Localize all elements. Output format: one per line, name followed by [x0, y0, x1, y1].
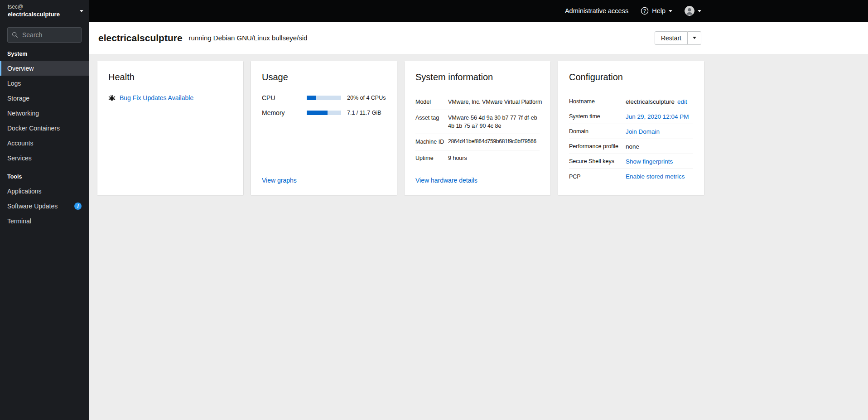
- avatar: [685, 6, 694, 16]
- help-menu[interactable]: ? Help: [641, 7, 672, 15]
- chevron-down-icon: [80, 10, 83, 12]
- info-label: Uptime: [415, 154, 448, 162]
- config-pcp-link[interactable]: Enable stored metrics: [626, 173, 685, 180]
- config-hostname-link[interactable]: edit: [677, 98, 687, 105]
- system-info-row-model: ModelVMware, Inc. VMware Virtual Platfor…: [415, 94, 540, 110]
- usage-label: CPU: [262, 94, 307, 101]
- administrative-access-button[interactable]: Administrative access: [565, 7, 628, 14]
- sidebar-item-services[interactable]: Services: [0, 150, 89, 165]
- config-value-text: none: [626, 143, 639, 150]
- help-icon: ?: [641, 7, 649, 15]
- nav-section-title: Tools: [0, 174, 89, 180]
- nav-section-title: System: [0, 51, 89, 57]
- usage-value: 7.1 / 11.7 GiB: [347, 110, 381, 116]
- nav-section-system: SystemOverviewLogsStorageNetworkingDocke…: [0, 51, 89, 165]
- system-info-row-uptime: Uptime9 hours: [415, 150, 540, 166]
- info-value: 9 hours: [448, 154, 540, 162]
- search-input[interactable]: [7, 27, 82, 43]
- usage-card-footer: View graphs: [262, 177, 386, 184]
- cards-row: Health: [97, 61, 868, 195]
- info-label: Machine ID: [415, 138, 448, 146]
- host-label: electricalsculpture: [8, 10, 60, 19]
- sidebar-item-docker-containers[interactable]: Docker Containers: [0, 121, 89, 135]
- config-value: Jun 29, 2020 12:04 PM: [626, 113, 693, 120]
- sidebar-item-overview[interactable]: Overview: [0, 61, 89, 76]
- usage-card: Usage CPU20% of 4 CPUsMemory7.1 / 11.7 G…: [251, 61, 397, 195]
- config-value: electricalsculptureedit: [626, 98, 693, 105]
- username-label: tsec@: [8, 3, 60, 10]
- top-navigation-bar: tsec@ electricalsculpture Administrative…: [0, 0, 868, 22]
- config-label: System time: [569, 113, 626, 120]
- usage-progress-bar: [307, 96, 341, 100]
- system-info-row-asset-tag: Asset tagVMware-56 4d 9a 30 b7 77 7f df-…: [415, 110, 540, 134]
- health-status-row: Bug Fix Updates Available: [108, 94, 232, 101]
- config-secure-shell-keys-link[interactable]: Show fingerprints: [626, 158, 673, 165]
- sidebar-item-logs[interactable]: Logs: [0, 76, 89, 91]
- config-row-system-time: System timeJun 29, 2020 12:04 PM: [569, 109, 693, 124]
- restart-button[interactable]: Restart: [655, 31, 688, 45]
- config-label: Domain: [569, 128, 626, 135]
- overview-page: Health: [89, 54, 868, 420]
- masthead: electricalsculpture running Debian GNU/L…: [89, 22, 868, 54]
- usage-row-cpu: CPU20% of 4 CPUs: [262, 94, 386, 101]
- topbar-actions: Administrative access ? Help: [565, 0, 868, 22]
- usage-progress-fill: [307, 111, 328, 115]
- system-info-card-footer: View hardware details: [415, 177, 540, 184]
- user-menu[interactable]: [685, 6, 701, 16]
- sidebar-item-accounts[interactable]: Accounts: [0, 135, 89, 150]
- host-switcher[interactable]: tsec@ electricalsculpture: [0, 0, 89, 22]
- page-title: electricalsculpture: [98, 33, 183, 43]
- restart-split-button: Restart: [655, 31, 701, 45]
- sidebar-item-label: Docker Containers: [7, 125, 60, 132]
- config-row-pcp: PCPEnable stored metrics: [569, 169, 693, 184]
- info-icon: i: [74, 203, 82, 210]
- config-value: Enable stored metrics: [626, 173, 693, 180]
- system-info-row-machine-id: Machine ID2864d41bef864d759b681f9c0bf795…: [415, 134, 540, 150]
- config-row-performance-profile: Performance profilenone: [569, 139, 693, 154]
- restart-dropdown-toggle[interactable]: [688, 31, 701, 45]
- search-box: [7, 27, 82, 43]
- config-row-hostname: Hostnameelectricalsculptureedit: [569, 94, 693, 109]
- health-card: Health: [97, 61, 243, 195]
- config-label: Performance profile: [569, 143, 626, 150]
- usage-label: Memory: [262, 109, 307, 116]
- sidebar: SystemOverviewLogsStorageNetworkingDocke…: [0, 22, 89, 420]
- info-value: VMware, Inc. VMware Virtual Platform: [448, 98, 542, 106]
- sidebar-item-label: Services: [7, 154, 32, 162]
- svg-text:?: ?: [643, 8, 646, 14]
- sidebar-item-applications[interactable]: Applications: [0, 183, 89, 198]
- search-icon: [12, 32, 18, 38]
- config-label: Hostname: [569, 98, 626, 105]
- configuration-card: Configuration Hostnameelectricalsculptur…: [558, 61, 704, 195]
- usage-card-title: Usage: [262, 72, 386, 82]
- config-domain-link[interactable]: Join Domain: [626, 128, 660, 135]
- config-value-text: electricalsculpture: [626, 98, 675, 105]
- sidebar-item-terminal[interactable]: Terminal: [0, 213, 89, 228]
- sidebar-item-networking[interactable]: Networking: [0, 106, 89, 121]
- chevron-down-icon: [669, 10, 672, 12]
- sidebar-item-storage[interactable]: Storage: [0, 91, 89, 106]
- config-system-time-link[interactable]: Jun 29, 2020 12:04 PM: [626, 113, 689, 120]
- health-card-title: Health: [108, 72, 232, 82]
- info-value: VMware-56 4d 9a 30 b7 77 7f df-eb 4b 1b …: [448, 114, 540, 130]
- host-switcher-text: tsec@ electricalsculpture: [8, 3, 60, 19]
- info-label: Model: [415, 98, 448, 106]
- config-label: PCP: [569, 174, 626, 180]
- sidebar-item-label: Networking: [7, 110, 39, 117]
- sidebar-item-label: Overview: [7, 65, 34, 72]
- sidebar-nav: SystemOverviewLogsStorageNetworkingDocke…: [0, 51, 89, 228]
- view-hardware-details-link[interactable]: View hardware details: [415, 177, 477, 184]
- configuration-rows: HostnameelectricalsculptureeditSystem ti…: [569, 94, 693, 184]
- configuration-card-title: Configuration: [569, 72, 693, 82]
- sidebar-item-label: Logs: [7, 80, 21, 87]
- updates-available-link[interactable]: Bug Fix Updates Available: [120, 94, 193, 101]
- chevron-down-icon: [693, 37, 696, 39]
- nav-section-tools: ToolsApplicationsSoftware UpdatesiTermin…: [0, 174, 89, 228]
- config-value: none: [626, 143, 693, 150]
- view-graphs-link[interactable]: View graphs: [262, 177, 297, 184]
- chevron-down-icon: [698, 10, 701, 12]
- system-information-card: System information ModelVMware, Inc. VMw…: [405, 61, 550, 195]
- config-label: Secure Shell keys: [569, 158, 626, 164]
- sidebar-item-software-updates[interactable]: Software Updatesi: [0, 198, 89, 213]
- bug-icon: [108, 94, 116, 101]
